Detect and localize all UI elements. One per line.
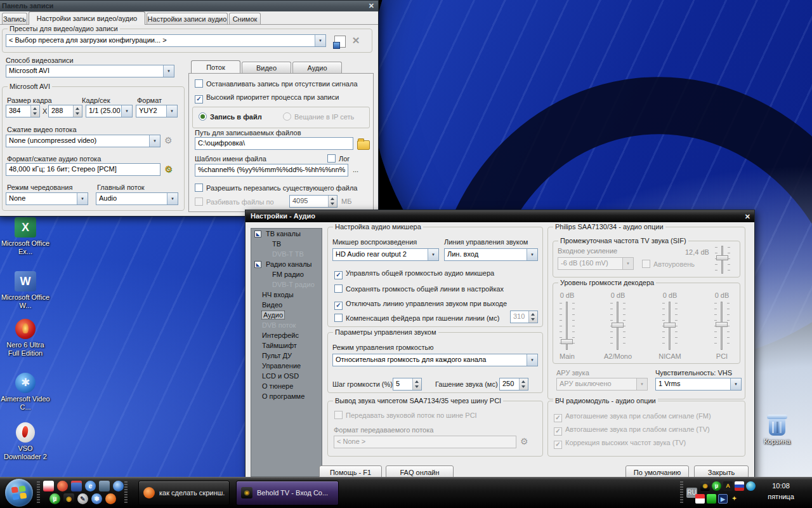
tree-item-interface[interactable]: Интерфейс — [251, 330, 322, 340]
close-icon[interactable] — [369, 1, 374, 11]
fader-compensation-checkbox[interactable]: Компенсация фейдера при гашении линии (м… — [334, 314, 499, 322]
preset-select[interactable]: < Выбор пресета для загрузки конфигураци… — [6, 34, 326, 47]
volume-step-stepper[interactable]: 5 — [393, 378, 422, 391]
playback-mixer-select[interactable]: HD Audio rear output 2 — [332, 248, 439, 261]
settings-titlebar[interactable]: Настройки - Аудио — [246, 210, 754, 222]
tree-item-about-tuner[interactable]: О тюнере — [251, 381, 322, 391]
sensitivity-select[interactable]: 1 Vrms — [655, 378, 742, 391]
overwrite-checkbox[interactable]: Разрешить перезапись существующего файла — [195, 184, 357, 192]
slider-thumb[interactable] — [612, 323, 624, 328]
spinner-arrows-icon[interactable] — [73, 105, 82, 117]
frame-width-stepper[interactable]: 384 — [6, 105, 40, 117]
chevron-down-icon[interactable] — [315, 35, 325, 46]
chevron-down-icon[interactable] — [527, 249, 537, 260]
subtab-video[interactable]: Видео — [242, 62, 291, 73]
tree-item-lf-inputs[interactable]: НЧ входы — [251, 290, 322, 300]
chevron-down-icon[interactable] — [166, 105, 177, 117]
record-to-file-radio[interactable]: Запись в файл — [199, 112, 262, 121]
tree-item-tv[interactable]: ТВ — [251, 239, 322, 249]
desktop-icon-word[interactable]: Microsoft Office W... — [0, 271, 51, 310]
display-settings-icon[interactable] — [99, 481, 110, 491]
media-burner-icon[interactable] — [57, 481, 68, 491]
chevron-down-icon[interactable] — [527, 354, 537, 366]
pixel-format-select[interactable]: YUY2 — [136, 105, 178, 117]
tab-snapshot[interactable]: Снимок — [229, 13, 261, 25]
taskbar-grip[interactable] — [124, 481, 128, 504]
checked-checkbox-icon[interactable] — [254, 231, 261, 237]
chevron-down-icon[interactable] — [77, 193, 88, 204]
tree-item-audio[interactable]: Аудио — [251, 310, 322, 320]
audio-codec-config-icon[interactable]: ⚙ — [164, 164, 173, 174]
desktop-icon-excel[interactable]: Microsoft Office Ex... — [0, 217, 51, 256]
high-priority-checkbox[interactable]: Высокий приоритет процесса при записи — [195, 93, 339, 104]
master-volume-checkbox[interactable]: Управлять общей громкостью аудио микшера — [334, 269, 494, 279]
video-codec-config-icon[interactable]: ⚙ — [164, 135, 173, 145]
desktop-icon-nero[interactable]: Nero 6 Ultra Full Edition — [0, 319, 51, 358]
main-stream-select[interactable]: Audio — [96, 192, 178, 205]
tab-video-audio-settings[interactable]: Настройки записи видео/аудио — [29, 11, 145, 25]
tree-item-remote[interactable]: Пульт ДУ — [251, 351, 322, 361]
chevron-down-icon[interactable] — [428, 249, 438, 260]
subtab-audio[interactable]: Аудио — [292, 62, 342, 73]
floppy-icon[interactable] — [71, 481, 82, 491]
mute-on-exit-checkbox[interactable]: Отключать линию управления звуком при вы… — [334, 300, 507, 310]
fps-select[interactable]: 1/1 (25.00) — [86, 105, 133, 117]
split-size-stepper[interactable]: 4095 — [289, 195, 337, 208]
russian-flag-icon[interactable] — [735, 481, 744, 491]
close-icon[interactable] — [745, 211, 750, 223]
video-method-select[interactable]: Microsoft AVI — [6, 65, 174, 77]
line-control-select[interactable]: Лин. вход — [444, 248, 538, 261]
tree-item-radio-channels[interactable]: Радио каналы — [251, 259, 322, 269]
interleave-select[interactable]: None — [6, 192, 88, 205]
slider-thumb[interactable] — [664, 323, 676, 328]
recorder-titlebar[interactable]: Панель записи — [0, 1, 378, 11]
log-checkbox[interactable]: Лог — [327, 154, 350, 163]
pen-tool-icon[interactable]: ✎ — [77, 493, 88, 504]
punto-switcher-icon[interactable]: A — [723, 481, 733, 491]
slider-thumb[interactable] — [716, 322, 728, 327]
mute-time-stepper[interactable]: 250 — [499, 378, 528, 391]
utorrent-tray-icon[interactable]: µ — [712, 481, 721, 491]
slider-thumb[interactable] — [561, 339, 573, 344]
chevron-down-icon[interactable] — [163, 65, 174, 77]
player-tray-icon[interactable]: ▶ — [718, 494, 728, 504]
frame-height-stepper[interactable]: 288 — [48, 105, 82, 117]
video-compression-select[interactable]: None (uncompressed video) — [6, 135, 160, 147]
behold-tv-icon[interactable]: ◉ — [63, 493, 74, 504]
internet-explorer-icon[interactable]: e — [85, 481, 96, 491]
tree-item-fm-radio[interactable]: FM радио — [251, 269, 322, 279]
traffic-arrows-icon[interactable] — [695, 494, 705, 504]
desktop-icon-vso[interactable]: VSO Downloader 2 — [0, 422, 51, 461]
tree-item-lcd-osd[interactable]: LCD и OSD — [251, 371, 322, 381]
spinner-arrows-icon[interactable] — [412, 378, 421, 390]
tree-item-video[interactable]: Видео — [251, 300, 322, 310]
tree-item-control[interactable]: Управление — [251, 361, 322, 371]
snowflake-icon[interactable]: ❄ — [91, 493, 102, 504]
save-preset-icon[interactable] — [334, 36, 346, 48]
volume-mode-select[interactable]: Относительная громкость для каждого кана… — [332, 354, 538, 366]
tab-record[interactable]: Запись — [2, 13, 27, 25]
chevron-down-icon[interactable] — [121, 105, 132, 117]
tree-item-timeshift[interactable]: Таймшифт — [251, 340, 322, 351]
chevron-down-icon[interactable] — [730, 378, 741, 390]
template-more-button[interactable]: ... — [353, 166, 358, 173]
desktop-icon-recycle-bin[interactable]: Корзина — [752, 418, 802, 446]
chevron-down-icon[interactable] — [167, 193, 178, 204]
firefox-icon[interactable] — [105, 493, 116, 504]
utorrent-icon[interactable]: µ — [49, 493, 60, 504]
tray-grip[interactable] — [680, 481, 683, 504]
task-button-firefox[interactable]: как сделать скринш... — [138, 481, 230, 505]
start-button[interactable] — [5, 479, 33, 507]
tab-audio-settings[interactable]: Настройки записи аудио — [147, 13, 228, 25]
spinner-arrows-icon[interactable] — [328, 196, 337, 207]
subtab-stream[interactable]: Поток — [191, 60, 240, 73]
checked-checkbox-icon[interactable] — [254, 261, 261, 268]
filename-template-field[interactable]: %channel% (%yy%%mm%%dd%-%hh%%nn% — [195, 164, 348, 177]
tree-item-tv-channels[interactable]: ТВ каналы — [251, 229, 322, 239]
desktop-icon-aimersoft[interactable]: Aimersoft Video C... — [0, 373, 51, 411]
task-button-behold-tv[interactable]: ◉ Behold TV - Вход Co... — [236, 481, 339, 505]
calendar-icon[interactable] — [43, 481, 54, 491]
spinner-arrows-icon[interactable] — [519, 378, 528, 390]
stop-on-no-signal-checkbox[interactable]: Останавливать запись при отсутствии сигн… — [195, 79, 358, 88]
audio-format-field[interactable]: 48,000 кГц; 16 бит; Стерео [PCM] — [6, 163, 160, 176]
